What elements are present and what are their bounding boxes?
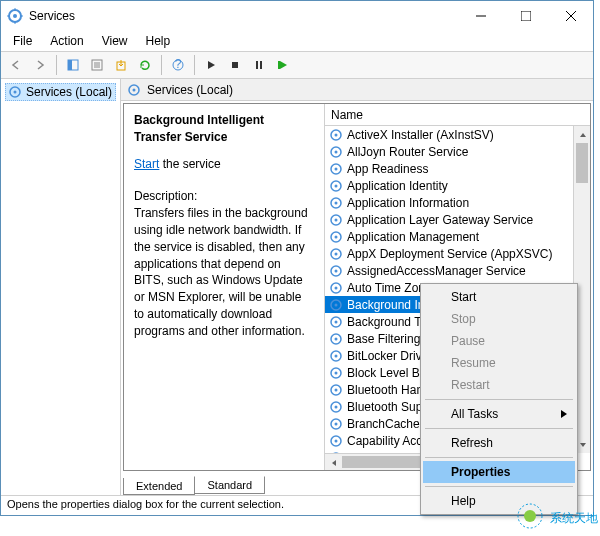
svg-point-34 (335, 269, 338, 272)
menubar: File Action View Help (1, 31, 593, 51)
service-name: Application Layer Gateway Service (347, 213, 533, 227)
gear-icon (329, 349, 343, 363)
export-button[interactable] (110, 54, 132, 76)
gear-icon (329, 315, 343, 329)
svg-point-54 (335, 439, 338, 442)
start-suffix: the service (159, 157, 220, 171)
ctx-resume[interactable]: Resume (423, 352, 575, 374)
service-row[interactable]: App Readiness (325, 160, 590, 177)
menu-view[interactable]: View (94, 32, 136, 50)
gear-icon (329, 145, 343, 159)
svg-rect-12 (278, 61, 280, 69)
tree-item-services-local[interactable]: Services (Local) (5, 83, 116, 101)
gear-icon (329, 247, 343, 261)
gear-icon (329, 298, 343, 312)
svg-point-50 (335, 405, 338, 408)
service-row[interactable]: AllJoyn Router Service (325, 143, 590, 160)
gear-icon (329, 213, 343, 227)
back-button[interactable] (5, 54, 27, 76)
toolbar: ? (1, 51, 593, 79)
menu-file[interactable]: File (5, 32, 40, 50)
gear-icon (8, 85, 22, 99)
pane-header-title: Services (Local) (147, 83, 233, 97)
stop-service-button[interactable] (224, 54, 246, 76)
scroll-thumb[interactable] (576, 143, 588, 183)
service-row[interactable]: Application Layer Gateway Service (325, 211, 590, 228)
gear-icon (127, 83, 141, 97)
service-row[interactable]: Application Identity (325, 177, 590, 194)
start-service-link[interactable]: Start (134, 157, 159, 171)
svg-point-18 (335, 133, 338, 136)
service-row[interactable]: AppX Deployment Service (AppXSVC) (325, 245, 590, 262)
svg-rect-11 (260, 61, 262, 69)
svg-point-48 (335, 388, 338, 391)
svg-point-16 (133, 88, 136, 91)
service-name: Application Information (347, 196, 469, 210)
svg-point-26 (335, 201, 338, 204)
svg-point-22 (335, 167, 338, 170)
ctx-separator (425, 428, 573, 429)
tab-standard[interactable]: Standard (194, 476, 265, 494)
properties-button[interactable] (86, 54, 108, 76)
tree-item-label: Services (Local) (26, 85, 112, 99)
scroll-left-button[interactable] (325, 454, 342, 470)
refresh-button[interactable] (134, 54, 156, 76)
ctx-stop[interactable]: Stop (423, 308, 575, 330)
console-tree: Services (Local) (1, 79, 121, 495)
menu-action[interactable]: Action (42, 32, 91, 50)
svg-point-14 (14, 91, 17, 94)
service-row[interactable]: Application Management (325, 228, 590, 245)
service-name: Application Identity (347, 179, 448, 193)
column-header-name[interactable]: Name (325, 104, 590, 126)
gear-icon (329, 162, 343, 176)
ctx-help[interactable]: Help (423, 490, 575, 512)
tab-extended[interactable]: Extended (123, 478, 195, 495)
service-name: AppX Deployment Service (AppXSVC) (347, 247, 552, 261)
svg-rect-2 (521, 11, 531, 21)
toolbar-separator (161, 55, 162, 75)
start-service-button[interactable] (200, 54, 222, 76)
svg-point-42 (335, 337, 338, 340)
svg-point-38 (335, 303, 338, 306)
svg-point-36 (335, 286, 338, 289)
close-button[interactable] (548, 1, 593, 31)
ctx-refresh[interactable]: Refresh (423, 432, 575, 454)
description-block: Description: Transfers files in the back… (134, 188, 314, 339)
ctx-all-tasks[interactable]: All Tasks (423, 403, 575, 425)
ctx-separator (425, 486, 573, 487)
pause-service-button[interactable] (248, 54, 270, 76)
help-button[interactable]: ? (167, 54, 189, 76)
show-hide-button[interactable] (62, 54, 84, 76)
gear-icon (329, 383, 343, 397)
service-name: BranchCache (347, 417, 420, 431)
menu-help[interactable]: Help (138, 32, 179, 50)
gear-icon (329, 196, 343, 210)
service-row[interactable]: AssignedAccessManager Service (325, 262, 590, 279)
toolbar-separator (194, 55, 195, 75)
svg-rect-9 (232, 62, 238, 68)
description-label: Description: (134, 188, 314, 205)
maximize-button[interactable] (503, 1, 548, 31)
service-row[interactable]: ActiveX Installer (AxInstSV) (325, 126, 590, 143)
gear-icon (329, 264, 343, 278)
ctx-properties[interactable]: Properties (423, 461, 575, 483)
selected-service-name: Background Intelligent Transfer Service (134, 112, 314, 146)
toolbar-separator (56, 55, 57, 75)
svg-rect-10 (256, 61, 258, 69)
ctx-pause[interactable]: Pause (423, 330, 575, 352)
gear-icon (329, 179, 343, 193)
forward-button[interactable] (29, 54, 51, 76)
ctx-restart[interactable]: Restart (423, 374, 575, 396)
submenu-arrow-icon (561, 407, 567, 421)
services-app-icon (7, 8, 23, 24)
gear-icon (329, 417, 343, 431)
service-name: ActiveX Installer (AxInstSV) (347, 128, 494, 142)
minimize-button[interactable] (458, 1, 503, 31)
svg-rect-4 (68, 60, 72, 70)
restart-service-button[interactable] (272, 54, 294, 76)
gear-icon (329, 128, 343, 142)
service-row[interactable]: Application Information (325, 194, 590, 211)
gear-icon (329, 400, 343, 414)
scroll-up-button[interactable] (574, 126, 590, 143)
ctx-start[interactable]: Start (423, 286, 575, 308)
